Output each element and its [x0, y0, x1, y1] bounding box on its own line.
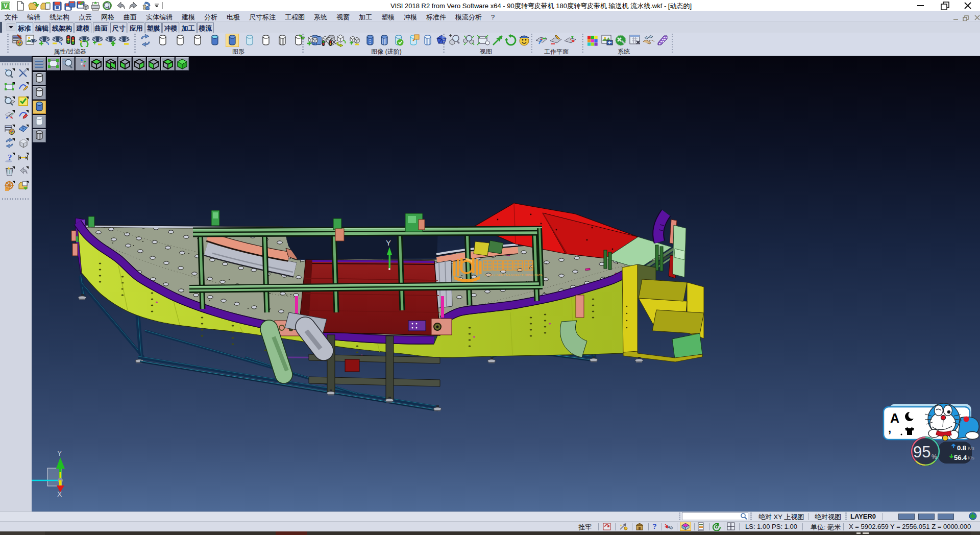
svg-text:,: ,: [888, 422, 891, 435]
svg-text:0.8: 0.8: [957, 444, 966, 452]
svg-text:Y: Y: [57, 449, 62, 457]
svg-text:V: V: [4, 3, 8, 10]
svg-text:A: A: [890, 411, 899, 425]
svg-text:K/s: K/s: [968, 455, 975, 460]
svg-text:INTELLIGENT MANUFACTURING DATA: INTELLIGENT MANUFACTURING DATA: [484, 274, 543, 277]
svg-text:X: X: [57, 490, 62, 498]
svg-text:Y: Y: [386, 238, 391, 247]
svg-text:95: 95: [913, 443, 930, 461]
svg-text:56.4: 56.4: [954, 454, 967, 461]
svg-text:%: %: [932, 453, 937, 460]
svg-text:K/s: K/s: [968, 446, 975, 451]
